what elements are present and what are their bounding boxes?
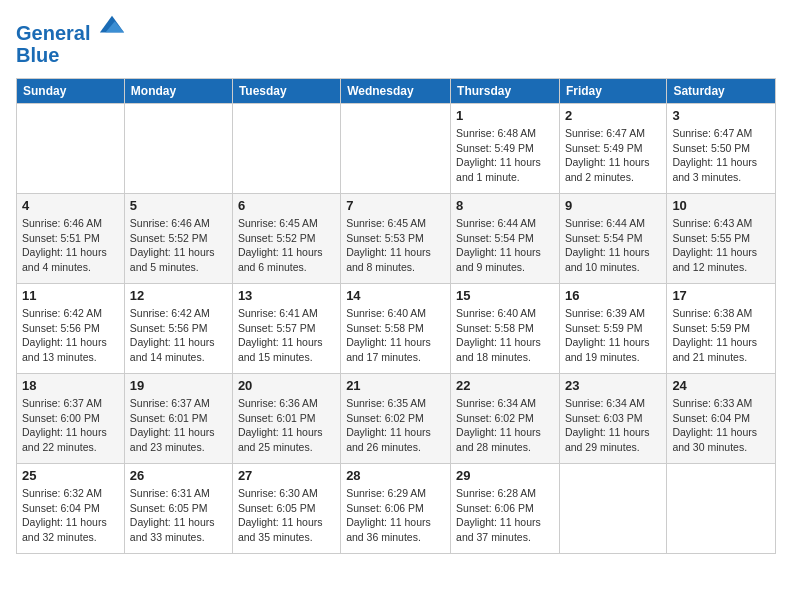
calendar-cell-w0-d0 (17, 104, 125, 194)
calendar-cell-w4-d1: 26Sunrise: 6:31 AM Sunset: 6:05 PM Dayli… (124, 464, 232, 554)
day-detail: Sunrise: 6:30 AM Sunset: 6:05 PM Dayligh… (238, 486, 335, 545)
day-detail: Sunrise: 6:35 AM Sunset: 6:02 PM Dayligh… (346, 396, 445, 455)
logo-icon (98, 12, 126, 40)
day-number: 3 (672, 108, 770, 123)
calendar-cell-w4-d0: 25Sunrise: 6:32 AM Sunset: 6:04 PM Dayli… (17, 464, 125, 554)
weekday-header-monday: Monday (124, 79, 232, 104)
day-number: 5 (130, 198, 227, 213)
day-number: 20 (238, 378, 335, 393)
day-number: 17 (672, 288, 770, 303)
day-number: 11 (22, 288, 119, 303)
day-number: 15 (456, 288, 554, 303)
page-header: General Blue (16, 16, 776, 66)
day-detail: Sunrise: 6:46 AM Sunset: 5:52 PM Dayligh… (130, 216, 227, 275)
day-detail: Sunrise: 6:37 AM Sunset: 6:01 PM Dayligh… (130, 396, 227, 455)
day-number: 16 (565, 288, 661, 303)
day-number: 23 (565, 378, 661, 393)
day-detail: Sunrise: 6:47 AM Sunset: 5:49 PM Dayligh… (565, 126, 661, 185)
calendar-cell-w1-d4: 8Sunrise: 6:44 AM Sunset: 5:54 PM Daylig… (451, 194, 560, 284)
calendar-cell-w4-d4: 29Sunrise: 6:28 AM Sunset: 6:06 PM Dayli… (451, 464, 560, 554)
calendar-cell-w4-d6 (667, 464, 776, 554)
weekday-header-wednesday: Wednesday (341, 79, 451, 104)
day-detail: Sunrise: 6:34 AM Sunset: 6:03 PM Dayligh… (565, 396, 661, 455)
calendar-cell-w3-d5: 23Sunrise: 6:34 AM Sunset: 6:03 PM Dayli… (559, 374, 666, 464)
day-number: 8 (456, 198, 554, 213)
weekday-header-friday: Friday (559, 79, 666, 104)
day-detail: Sunrise: 6:45 AM Sunset: 5:52 PM Dayligh… (238, 216, 335, 275)
calendar-cell-w0-d2 (232, 104, 340, 194)
logo-general: General (16, 22, 90, 44)
day-number: 24 (672, 378, 770, 393)
day-detail: Sunrise: 6:34 AM Sunset: 6:02 PM Dayligh… (456, 396, 554, 455)
logo-blue: Blue (16, 44, 126, 66)
calendar-cell-w4-d5 (559, 464, 666, 554)
calendar-cell-w2-d2: 13Sunrise: 6:41 AM Sunset: 5:57 PM Dayli… (232, 284, 340, 374)
day-number: 27 (238, 468, 335, 483)
day-detail: Sunrise: 6:48 AM Sunset: 5:49 PM Dayligh… (456, 126, 554, 185)
day-number: 14 (346, 288, 445, 303)
calendar-cell-w4-d3: 28Sunrise: 6:29 AM Sunset: 6:06 PM Dayli… (341, 464, 451, 554)
day-number: 28 (346, 468, 445, 483)
day-number: 6 (238, 198, 335, 213)
calendar-cell-w0-d3 (341, 104, 451, 194)
day-detail: Sunrise: 6:33 AM Sunset: 6:04 PM Dayligh… (672, 396, 770, 455)
day-detail: Sunrise: 6:32 AM Sunset: 6:04 PM Dayligh… (22, 486, 119, 545)
day-detail: Sunrise: 6:45 AM Sunset: 5:53 PM Dayligh… (346, 216, 445, 275)
day-detail: Sunrise: 6:40 AM Sunset: 5:58 PM Dayligh… (456, 306, 554, 365)
day-number: 13 (238, 288, 335, 303)
calendar-cell-w1-d2: 6Sunrise: 6:45 AM Sunset: 5:52 PM Daylig… (232, 194, 340, 284)
calendar-cell-w3-d6: 24Sunrise: 6:33 AM Sunset: 6:04 PM Dayli… (667, 374, 776, 464)
day-number: 9 (565, 198, 661, 213)
day-detail: Sunrise: 6:47 AM Sunset: 5:50 PM Dayligh… (672, 126, 770, 185)
logo: General Blue (16, 16, 126, 66)
weekday-header-thursday: Thursday (451, 79, 560, 104)
day-detail: Sunrise: 6:40 AM Sunset: 5:58 PM Dayligh… (346, 306, 445, 365)
day-detail: Sunrise: 6:41 AM Sunset: 5:57 PM Dayligh… (238, 306, 335, 365)
day-detail: Sunrise: 6:43 AM Sunset: 5:55 PM Dayligh… (672, 216, 770, 275)
calendar-cell-w2-d1: 12Sunrise: 6:42 AM Sunset: 5:56 PM Dayli… (124, 284, 232, 374)
day-detail: Sunrise: 6:42 AM Sunset: 5:56 PM Dayligh… (130, 306, 227, 365)
calendar-table: SundayMondayTuesdayWednesdayThursdayFrid… (16, 78, 776, 554)
calendar-cell-w1-d6: 10Sunrise: 6:43 AM Sunset: 5:55 PM Dayli… (667, 194, 776, 284)
day-detail: Sunrise: 6:44 AM Sunset: 5:54 PM Dayligh… (565, 216, 661, 275)
weekday-header-saturday: Saturday (667, 79, 776, 104)
day-detail: Sunrise: 6:38 AM Sunset: 5:59 PM Dayligh… (672, 306, 770, 365)
calendar-cell-w3-d3: 21Sunrise: 6:35 AM Sunset: 6:02 PM Dayli… (341, 374, 451, 464)
calendar-cell-w3-d2: 20Sunrise: 6:36 AM Sunset: 6:01 PM Dayli… (232, 374, 340, 464)
calendar-cell-w4-d2: 27Sunrise: 6:30 AM Sunset: 6:05 PM Dayli… (232, 464, 340, 554)
calendar-cell-w1-d3: 7Sunrise: 6:45 AM Sunset: 5:53 PM Daylig… (341, 194, 451, 284)
day-number: 10 (672, 198, 770, 213)
day-number: 29 (456, 468, 554, 483)
calendar-cell-w0-d4: 1Sunrise: 6:48 AM Sunset: 5:49 PM Daylig… (451, 104, 560, 194)
day-number: 12 (130, 288, 227, 303)
calendar-cell-w2-d3: 14Sunrise: 6:40 AM Sunset: 5:58 PM Dayli… (341, 284, 451, 374)
day-detail: Sunrise: 6:39 AM Sunset: 5:59 PM Dayligh… (565, 306, 661, 365)
calendar-cell-w1-d1: 5Sunrise: 6:46 AM Sunset: 5:52 PM Daylig… (124, 194, 232, 284)
day-detail: Sunrise: 6:46 AM Sunset: 5:51 PM Dayligh… (22, 216, 119, 275)
day-detail: Sunrise: 6:42 AM Sunset: 5:56 PM Dayligh… (22, 306, 119, 365)
day-number: 4 (22, 198, 119, 213)
calendar-cell-w2-d4: 15Sunrise: 6:40 AM Sunset: 5:58 PM Dayli… (451, 284, 560, 374)
calendar-cell-w1-d5: 9Sunrise: 6:44 AM Sunset: 5:54 PM Daylig… (559, 194, 666, 284)
day-number: 1 (456, 108, 554, 123)
day-detail: Sunrise: 6:36 AM Sunset: 6:01 PM Dayligh… (238, 396, 335, 455)
day-number: 26 (130, 468, 227, 483)
day-detail: Sunrise: 6:44 AM Sunset: 5:54 PM Dayligh… (456, 216, 554, 275)
weekday-header-tuesday: Tuesday (232, 79, 340, 104)
calendar-cell-w0-d6: 3Sunrise: 6:47 AM Sunset: 5:50 PM Daylig… (667, 104, 776, 194)
day-detail: Sunrise: 6:31 AM Sunset: 6:05 PM Dayligh… (130, 486, 227, 545)
day-number: 19 (130, 378, 227, 393)
day-number: 18 (22, 378, 119, 393)
weekday-header-sunday: Sunday (17, 79, 125, 104)
calendar-cell-w3-d4: 22Sunrise: 6:34 AM Sunset: 6:02 PM Dayli… (451, 374, 560, 464)
calendar-cell-w3-d0: 18Sunrise: 6:37 AM Sunset: 6:00 PM Dayli… (17, 374, 125, 464)
day-detail: Sunrise: 6:29 AM Sunset: 6:06 PM Dayligh… (346, 486, 445, 545)
day-number: 22 (456, 378, 554, 393)
day-detail: Sunrise: 6:37 AM Sunset: 6:00 PM Dayligh… (22, 396, 119, 455)
calendar-cell-w2-d0: 11Sunrise: 6:42 AM Sunset: 5:56 PM Dayli… (17, 284, 125, 374)
calendar-cell-w3-d1: 19Sunrise: 6:37 AM Sunset: 6:01 PM Dayli… (124, 374, 232, 464)
day-number: 7 (346, 198, 445, 213)
calendar-cell-w2-d5: 16Sunrise: 6:39 AM Sunset: 5:59 PM Dayli… (559, 284, 666, 374)
day-number: 2 (565, 108, 661, 123)
day-detail: Sunrise: 6:28 AM Sunset: 6:06 PM Dayligh… (456, 486, 554, 545)
